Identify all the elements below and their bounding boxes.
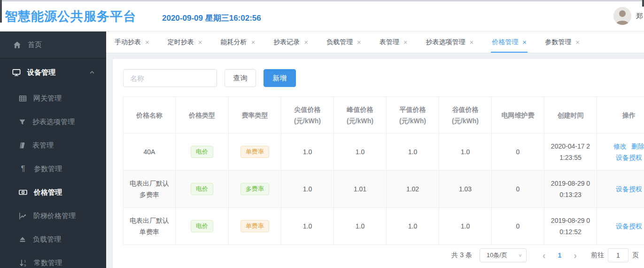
column-header: 谷值价格(元/kWh) xyxy=(439,97,492,134)
cell-peak-price: 1.0 xyxy=(334,134,387,171)
cell-created-time: 2020-04-17 21:23:55 xyxy=(544,134,597,171)
cell-flat-price: 1.0 xyxy=(387,134,439,171)
tab-meter-option-management[interactable]: 抄表选项管理× xyxy=(425,32,475,53)
cell-flat-price: 1.0 xyxy=(387,208,439,245)
close-icon[interactable]: × xyxy=(357,39,361,46)
delete-link[interactable]: 删除 xyxy=(631,141,644,152)
cell-peak-price: 1.01 xyxy=(334,171,387,208)
tab-bar: 手动抄表× 定时抄表× 能耗分析× 抄表记录× 负载管理× 表管理× 抄表选项管… xyxy=(106,32,644,53)
header-datetime: 2020-09-09 星期三16:02:56 xyxy=(162,13,261,24)
eject-icon xyxy=(19,236,26,243)
chevron-up-icon xyxy=(89,70,95,75)
sort-numeric-icon: 19 xyxy=(19,259,27,267)
cell-created-time: 2019-08-29 00:13:23 xyxy=(544,171,597,208)
sidebar-group-toggle[interactable]: 设备管理 xyxy=(0,58,106,87)
page-title: 智慧能源公共服务平台 xyxy=(5,8,136,25)
device-authorize-link[interactable]: 设备授权 xyxy=(616,221,642,232)
cell-sharp-price: 1.0 xyxy=(281,208,334,245)
tab-label: 手动抄表 xyxy=(115,38,141,47)
sidebar-item-home[interactable]: 首页 xyxy=(0,32,106,58)
close-icon[interactable]: × xyxy=(304,39,308,46)
prev-page-button[interactable]: ‹ xyxy=(537,251,551,260)
window-top-edge xyxy=(0,0,644,1)
grid-icon xyxy=(19,95,27,102)
cell-rate-type: 单费率 xyxy=(229,134,281,171)
query-button[interactable]: 查询 xyxy=(225,69,256,87)
table-row: 电表出厂默认多费率 电价 多费率 1.0 1.01 1.02 1.03 0 20… xyxy=(124,171,644,208)
sidebar-item-meter-option-management[interactable]: 抄表选项管理 xyxy=(0,110,106,134)
window-left-edge xyxy=(0,0,2,23)
column-header: 价格名称 xyxy=(124,97,176,134)
tab-manual-reading[interactable]: 手动抄表× xyxy=(114,32,150,53)
cell-price-name: 40A xyxy=(124,134,176,171)
sidebar-item-price-management[interactable]: 价格管理 xyxy=(0,181,106,204)
column-header: 费率类型 xyxy=(229,97,281,134)
banknote-icon xyxy=(19,189,27,196)
close-icon[interactable]: × xyxy=(251,39,256,46)
home-icon xyxy=(13,41,21,49)
cell-grid-fee: 0 xyxy=(492,171,544,208)
cell-price-type: 电价 xyxy=(176,208,229,245)
tab-label: 定时抄表 xyxy=(168,38,194,47)
cell-valley-price: 1.03 xyxy=(439,171,492,208)
sidebar-item-label: 负载管理 xyxy=(33,235,61,244)
cell-price-name: 电表出厂默认单费率 xyxy=(124,208,176,245)
sidebar-item-label: 价格管理 xyxy=(34,188,62,197)
add-button[interactable]: 新增 xyxy=(264,69,296,87)
tab-meter-management[interactable]: 表管理× xyxy=(379,32,409,53)
column-header: 电网维护费 xyxy=(492,97,544,134)
device-authorize-link[interactable]: 设备授权 xyxy=(616,152,642,163)
cell-price-type: 电价 xyxy=(176,171,229,208)
cell-flat-price: 1.02 xyxy=(387,171,439,208)
app-header: 智慧能源公共服务平台 2020-09-09 星期三16:02:56 郑 xyxy=(0,1,644,32)
cell-actions: 修改删除设备授权 xyxy=(597,134,644,171)
cell-peak-price: 1.0 xyxy=(334,208,387,245)
tab-label: 抄表选项管理 xyxy=(426,38,466,47)
page-number-1[interactable]: 1 xyxy=(551,252,568,259)
svg-text:9: 9 xyxy=(24,263,26,268)
cell-price-type: 电价 xyxy=(176,134,229,171)
content-area: 查询 新增 价格名称 价格类型 费率类型 尖值价格(元/kWh) xyxy=(106,53,644,268)
close-icon[interactable]: × xyxy=(522,39,527,46)
close-icon[interactable]: × xyxy=(575,39,580,46)
device-authorize-link[interactable]: 设备授权 xyxy=(616,183,642,195)
sidebar-item-constant-management[interactable]: 19 常数管理 xyxy=(0,251,106,268)
sidebar-item-gateway-management[interactable]: 网关管理 xyxy=(0,87,106,110)
main-area: 手动抄表× 定时抄表× 能耗分析× 抄表记录× 负载管理× 表管理× 抄表选项管… xyxy=(106,32,644,268)
column-header: 平值价格(元/kWh) xyxy=(387,97,439,134)
edit-link[interactable]: 修改 xyxy=(613,141,627,152)
sidebar-item-parameter-management[interactable]: ¶ 参数管理 xyxy=(0,157,106,181)
rate-type-tag: 多费率 xyxy=(241,183,269,195)
cell-valley-price: 1.0 xyxy=(439,134,492,171)
page-size-value: 10条/页 xyxy=(487,251,507,260)
close-icon[interactable]: × xyxy=(198,39,202,46)
tab-scheduled-reading[interactable]: 定时抄表× xyxy=(167,32,203,53)
sidebar-item-tiered-price-management[interactable]: 阶梯价格管理 xyxy=(0,204,106,228)
name-search-input[interactable] xyxy=(123,69,217,87)
sidebar-item-meter-management[interactable]: 表管理 xyxy=(0,134,106,157)
goto-page-input[interactable] xyxy=(608,248,628,262)
next-page-button[interactable]: › xyxy=(568,251,582,260)
tab-price-management[interactable]: 价格管理× xyxy=(491,32,528,53)
monitor-icon xyxy=(12,68,21,77)
sidebar-item-load-management[interactable]: 负载管理 xyxy=(0,228,106,251)
tab-parameter-management[interactable]: 参数管理× xyxy=(544,32,581,53)
page-size-select[interactable]: 10条/页 ∨ xyxy=(480,248,527,262)
tab-energy-analysis[interactable]: 能耗分析× xyxy=(220,32,256,53)
close-icon[interactable]: × xyxy=(403,39,408,46)
column-header: 创建时间 xyxy=(544,97,597,134)
sidebar-item-label: 抄表选项管理 xyxy=(32,118,75,126)
close-icon[interactable]: × xyxy=(470,39,474,46)
total-count: 共 3 条 xyxy=(451,251,472,260)
price-table: 价格名称 价格类型 费率类型 尖值价格(元/kWh) 峰值价格(元/kWh) 平… xyxy=(123,96,644,245)
filter-icon xyxy=(19,118,26,126)
close-icon[interactable]: × xyxy=(145,39,149,46)
tab-reading-records[interactable]: 抄表记录× xyxy=(272,32,309,53)
toolbar: 查询 新增 xyxy=(123,69,296,87)
column-header: 峰值价格(元/kWh) xyxy=(334,97,387,134)
cell-rate-type: 单费率 xyxy=(229,208,281,245)
sidebar: 首页 设备管理 网关管理 抄表选项管理 表管理 xyxy=(0,32,106,268)
tab-load-management[interactable]: 负载管理× xyxy=(326,32,362,53)
column-header: 价格类型 xyxy=(176,97,229,134)
user-menu[interactable]: 郑 xyxy=(613,7,644,25)
